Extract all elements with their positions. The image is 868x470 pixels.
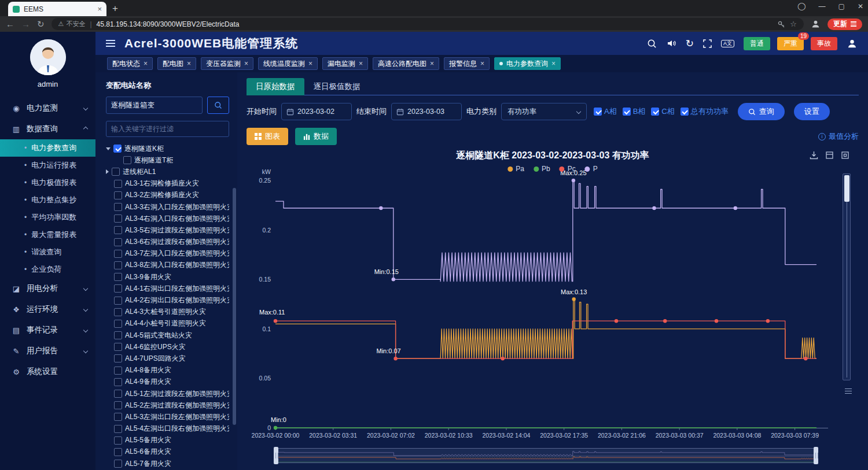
tree-item[interactable]: AL4-1右洞出口段左侧加强照明火灾: [106, 283, 229, 294]
checkbox-icon[interactable]: [681, 108, 689, 116]
sidebar-subitem[interactable]: •谐波查询: [0, 243, 95, 261]
tab-close-icon[interactable]: ×: [97, 5, 102, 13]
close-icon[interactable]: ×: [359, 60, 363, 68]
tree-checkbox[interactable]: [114, 390, 122, 398]
menu-toggle-icon[interactable]: [106, 38, 115, 49]
browser-menu-icon[interactable]: [851, 20, 856, 28]
alarm-badge[interactable]: 严重19: [777, 37, 804, 50]
checkbox-icon[interactable]: [623, 108, 631, 116]
tree-item[interactable]: AL3-1右洞检修插座火灾: [106, 178, 229, 190]
caret-closed-icon[interactable]: [106, 169, 109, 174]
address-bar[interactable]: ⚠ 不安全 | 45.81.195.134:8090/3000WEBV2/Ele…: [52, 18, 804, 30]
query-button[interactable]: 查询: [738, 103, 785, 120]
tree-checkbox[interactable]: [114, 214, 122, 223]
reload-button[interactable]: ↻: [37, 20, 45, 28]
datazoom-left-handle[interactable]: [274, 447, 278, 464]
tree-checkbox[interactable]: [114, 367, 122, 375]
extreme-analysis-link[interactable]: i 最值分析: [818, 131, 859, 142]
page-tab-chip[interactable]: 漏电监测×: [322, 57, 368, 70]
y-zoom-handle[interactable]: [844, 175, 849, 202]
close-icon[interactable]: ×: [430, 60, 434, 68]
tree-checkbox[interactable]: [114, 191, 122, 199]
tree-checkbox[interactable]: [114, 308, 122, 316]
sidebar-subitem[interactable]: •电力极值报表: [0, 174, 95, 191]
speaker-icon[interactable]: [666, 38, 676, 49]
tree-item[interactable]: AL5-4左洞出口段右侧加强照明火灾: [106, 423, 229, 435]
tree-checkbox[interactable]: [114, 413, 122, 421]
tree-item[interactable]: AL5-1左洞过渡段左侧加强照明火灾: [106, 388, 229, 399]
close-icon[interactable]: ×: [244, 60, 248, 68]
close-icon[interactable]: ×: [480, 60, 484, 68]
tree-checkbox[interactable]: [114, 250, 122, 258]
refresh-icon[interactable]: ↻: [686, 39, 694, 49]
checkbox-icon[interactable]: [651, 108, 659, 116]
window-minimize-button[interactable]: —: [819, 2, 826, 10]
line-chart[interactable]: 00.050.10.150.20.25kW2023-03-02 00:00202…: [247, 165, 831, 441]
chart-view-button[interactable]: 图表: [247, 128, 288, 145]
tree-checkbox[interactable]: [114, 203, 122, 211]
tree-item[interactable]: AL5-2左洞过渡段右侧加强照明火灾: [106, 399, 229, 411]
tree-item[interactable]: AL4-7UPS回路火灾: [106, 353, 229, 364]
tree-item[interactable]: AL3-2左洞检修插座火灾: [106, 190, 229, 201]
tree-item[interactable]: AL5-5备用火灾: [106, 435, 229, 446]
tree-checkbox[interactable]: [114, 436, 122, 445]
legend-item[interactable]: P: [585, 165, 598, 173]
page-tab-chip[interactable]: 电力参数查询×: [494, 57, 561, 70]
tree-filter-input[interactable]: [106, 121, 229, 137]
settings-button[interactable]: 设置: [794, 103, 830, 120]
translate-icon[interactable]: A文: [721, 40, 734, 47]
alarm-badge[interactable]: 事故: [811, 37, 837, 50]
tree-item[interactable]: 逐桐隧道K柜: [106, 143, 229, 154]
page-tab-chip[interactable]: 高速公路配电图×: [373, 57, 439, 70]
phase-checkbox[interactable]: A相: [594, 106, 617, 117]
tree-checkbox[interactable]: [114, 401, 122, 409]
tree-item[interactable]: AL5-6备用火灾: [106, 446, 229, 458]
tree-item[interactable]: AL4-4小桩号引道照明火灾: [106, 318, 229, 330]
sidebar-subitem[interactable]: •电力整点集抄: [0, 191, 95, 209]
page-tab-chip[interactable]: 配电图×: [157, 57, 196, 70]
browser-avatar-icon[interactable]: [811, 19, 821, 29]
tree-scrollbar[interactable]: [233, 188, 236, 425]
tree-item[interactable]: AL4-6监控UPS火灾: [106, 341, 229, 353]
tree-checkbox[interactable]: [114, 331, 122, 339]
legend-item[interactable]: Pb: [534, 165, 550, 173]
start-date-input[interactable]: 2023-03-02: [281, 103, 352, 120]
alarm-badge[interactable]: 普通: [744, 37, 770, 50]
sidebar-item[interactable]: ❖运行环境: [0, 299, 95, 320]
tree-item[interactable]: AL4-8备用火灾: [106, 365, 229, 376]
main-tab[interactable]: 逐日极值数据: [304, 78, 370, 95]
tree-item[interactable]: AL3-8左洞入口段右侧加强照明火灾: [106, 260, 229, 271]
sidebar-subitem[interactable]: •平均功率因数: [0, 209, 95, 226]
data-view-button[interactable]: 数据: [295, 128, 337, 145]
sidebar-subitem[interactable]: •电力运行报表: [0, 157, 95, 174]
tree-checkbox[interactable]: [114, 226, 122, 234]
tree-item[interactable]: AL4-9备用火灾: [106, 376, 229, 388]
tree-item[interactable]: AL5-3左洞出口段左侧加强照明火灾: [106, 411, 229, 423]
phase-checkbox[interactable]: 总有功功率: [681, 106, 729, 117]
end-date-input[interactable]: 2023-03-03: [391, 103, 462, 120]
tree-checkbox[interactable]: [114, 425, 122, 433]
tree-item[interactable]: AL3-3右洞入口段左侧加强照明火灾: [106, 201, 229, 213]
checkbox-icon[interactable]: [594, 108, 602, 116]
tree-checkbox[interactable]: [113, 145, 122, 153]
power-type-select[interactable]: 有功功率: [501, 103, 587, 120]
close-icon[interactable]: ×: [144, 60, 148, 68]
key-icon[interactable]: [777, 20, 785, 28]
sidebar-item[interactable]: ⚙系统设置: [0, 361, 95, 382]
page-tab-chip[interactable]: 变压器监测×: [201, 57, 253, 70]
sidebar-subitem[interactable]: •电力参数查询: [0, 139, 95, 157]
tree-checkbox[interactable]: [114, 261, 122, 269]
station-search-input[interactable]: [106, 97, 203, 114]
window-maximize-button[interactable]: ▢: [838, 2, 845, 10]
fullscreen-icon[interactable]: [703, 39, 712, 48]
sidebar-item[interactable]: ◉电力监测: [0, 98, 95, 119]
browser-update-button[interactable]: 更新: [827, 18, 862, 30]
close-icon[interactable]: ×: [308, 60, 312, 68]
back-button[interactable]: ←: [6, 20, 14, 28]
tree-checkbox[interactable]: [114, 320, 122, 328]
restore-icon[interactable]: [841, 151, 849, 160]
forward-button[interactable]: →: [21, 20, 30, 28]
tree-checkbox[interactable]: [114, 297, 122, 305]
tree-checkbox[interactable]: [114, 238, 122, 246]
download-icon[interactable]: [810, 151, 818, 160]
